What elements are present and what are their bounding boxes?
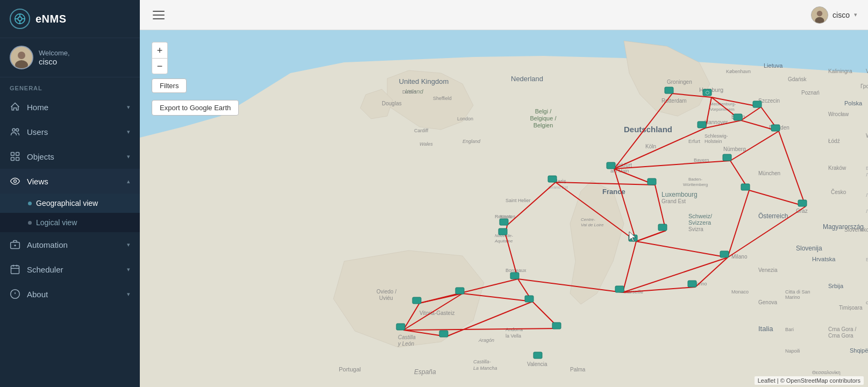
hamburger-line bbox=[153, 15, 165, 16]
svg-text:Vitoria-Gasteiz: Vitoria-Gasteiz bbox=[419, 310, 454, 316]
svg-rect-189 bbox=[648, 178, 656, 185]
svg-rect-187 bbox=[741, 184, 750, 190]
svg-rect-196 bbox=[615, 286, 624, 292]
svg-text:Groningen: Groningen bbox=[667, 79, 692, 85]
inactive-dot bbox=[28, 221, 32, 225]
sidebar-item-scheduler[interactable]: Scheduler ▾ bbox=[0, 257, 140, 282]
logical-view-label: Logical view bbox=[36, 218, 77, 227]
avatar bbox=[10, 46, 33, 69]
svg-text:Grand Est: Grand Est bbox=[661, 198, 686, 204]
svg-text:Kaliningra: Kaliningra bbox=[828, 68, 852, 74]
svg-text:y León: y León bbox=[397, 341, 414, 347]
svg-rect-182 bbox=[734, 114, 742, 120]
svg-rect-192 bbox=[499, 228, 507, 235]
sidebar-item-views[interactable]: Views ▴ bbox=[0, 169, 140, 194]
chevron-down-icon: ▾ bbox=[127, 104, 130, 111]
welcome-text: Welcome, bbox=[39, 49, 70, 57]
svg-text:Belgique /: Belgique / bbox=[530, 115, 557, 121]
views-icon bbox=[10, 176, 20, 187]
svg-text:Lietuva: Lietuva bbox=[764, 62, 783, 69]
svg-text:Val de Loire: Val de Loire bbox=[581, 223, 604, 227]
svg-text:Andorra: Andorra bbox=[506, 327, 523, 332]
user-menu[interactable]: cisco ▾ bbox=[811, 6, 857, 24]
svg-text:Marino: Marino bbox=[785, 295, 800, 300]
svg-text:Valencia: Valencia bbox=[527, 361, 547, 367]
svg-rect-185 bbox=[607, 162, 615, 169]
username-text: cisco bbox=[39, 57, 70, 66]
svg-text:Schleswig-: Schleswig- bbox=[705, 133, 728, 139]
hamburger-button[interactable] bbox=[151, 9, 167, 22]
svg-text:Portugal: Portugal bbox=[339, 366, 361, 372]
svg-text:Slovensko: Slovensko bbox=[844, 227, 868, 233]
svg-rect-198 bbox=[688, 281, 696, 287]
user-section: Welcome, cisco bbox=[0, 38, 140, 77]
svg-text:Luxembourg: Luxembourg bbox=[661, 191, 698, 198]
svg-text:Hrvatska: Hrvatska bbox=[812, 256, 836, 262]
zoom-in-button[interactable]: + bbox=[152, 42, 168, 58]
hamburger-line bbox=[153, 18, 165, 19]
active-dot bbox=[28, 202, 32, 205]
svg-text:Milano: Milano bbox=[731, 254, 748, 260]
svg-text:Льв'ів: Льв'ів bbox=[866, 209, 868, 214]
svg-text:London: London bbox=[457, 116, 473, 121]
sidebar-item-scheduler-label: Scheduler bbox=[27, 265, 63, 274]
svg-rect-205 bbox=[533, 352, 542, 359]
svg-text:Saint Helier: Saint Helier bbox=[506, 198, 531, 203]
sidebar-item-objects[interactable]: Objects ▾ bbox=[0, 144, 140, 169]
sidebar-item-about[interactable]: About ▾ bbox=[0, 282, 140, 306]
svg-rect-13 bbox=[11, 157, 15, 161]
svg-text:Oviedo /: Oviedo / bbox=[376, 289, 396, 295]
app-title: eNMS bbox=[35, 13, 67, 25]
svg-point-1 bbox=[18, 17, 22, 20]
filters-button[interactable]: Filters bbox=[152, 78, 187, 93]
svg-text:Holstein: Holstein bbox=[705, 139, 722, 144]
svg-text:Nederland: Nederland bbox=[511, 75, 543, 83]
topbar-username: cisco bbox=[833, 11, 850, 19]
svg-text:Гродно: Гродно bbox=[860, 83, 868, 89]
export-to-google-earth-button[interactable]: Export to Google Earth bbox=[152, 100, 239, 116]
svg-point-15 bbox=[14, 180, 17, 183]
topbar-chevron-icon: ▾ bbox=[854, 11, 857, 18]
sidebar-item-automation-label: Automation bbox=[27, 240, 68, 249]
map-container[interactable]: + − Filters Export to Google Earth Unite… bbox=[140, 30, 868, 387]
svg-rect-204 bbox=[552, 322, 561, 329]
zoom-out-button[interactable]: − bbox=[152, 58, 168, 74]
svg-rect-191 bbox=[500, 219, 508, 225]
sidebar: eNMS Welcome, cisco GENERAL Home ▾ bbox=[0, 0, 140, 387]
svg-rect-200 bbox=[456, 288, 464, 294]
sidebar-item-home[interactable]: Home ▾ bbox=[0, 95, 140, 119]
svg-rect-193 bbox=[510, 273, 519, 279]
svg-text:Θεσσαλονίκη: Θεσσαλονίκη bbox=[812, 370, 841, 375]
objects-icon bbox=[10, 151, 20, 162]
app-logo-icon bbox=[10, 9, 30, 29]
svg-text:Cardiff: Cardiff bbox=[414, 128, 429, 133]
svg-text:Deutschland: Deutschland bbox=[624, 125, 672, 134]
svg-text:Svizra: Svizra bbox=[688, 226, 703, 232]
svg-text:Köln: Köln bbox=[645, 144, 656, 149]
svg-rect-195 bbox=[658, 224, 667, 231]
svg-text:Wales: Wales bbox=[419, 141, 433, 147]
svg-text:Castilla-: Castilla- bbox=[473, 359, 491, 364]
sidebar-item-logical-view[interactable]: Logical view bbox=[0, 213, 140, 232]
svg-rect-184 bbox=[698, 121, 706, 128]
svg-rect-186 bbox=[723, 154, 731, 161]
sidebar-item-users[interactable]: Users ▾ bbox=[0, 119, 140, 144]
svg-rect-190 bbox=[548, 176, 557, 182]
svg-text:Srbija: Srbija bbox=[828, 283, 844, 289]
home-icon bbox=[10, 102, 20, 112]
automation-icon bbox=[10, 239, 20, 250]
geo-view-label: Geographical view bbox=[36, 199, 98, 207]
svg-text:England: England bbox=[463, 139, 481, 144]
svg-text:München: München bbox=[758, 170, 780, 176]
svg-text:Belgien: Belgien bbox=[533, 122, 553, 128]
sidebar-item-objects-label: Objects bbox=[27, 152, 54, 161]
sidebar-item-users-label: Users bbox=[27, 127, 48, 137]
svg-text:Crna Gora /: Crna Gora / bbox=[828, 326, 856, 332]
svg-text:Poznań: Poznań bbox=[801, 90, 820, 96]
svg-point-10 bbox=[16, 128, 19, 131]
svg-rect-203 bbox=[439, 331, 448, 337]
svg-text:Schweiz/: Schweiz/ bbox=[688, 213, 713, 219]
sidebar-item-automation[interactable]: Automation ▾ bbox=[0, 232, 140, 257]
sidebar-item-geographical-view[interactable]: Geographical view bbox=[0, 194, 140, 213]
svg-rect-183 bbox=[771, 125, 780, 131]
